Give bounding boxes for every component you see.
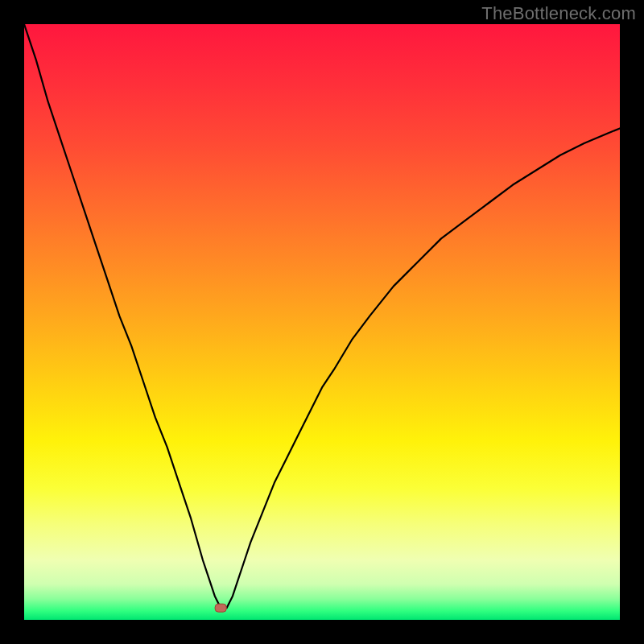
chart-background <box>24 24 620 620</box>
optimal-point-marker <box>215 604 226 612</box>
chart-frame: TheBottleneck.com <box>0 0 644 644</box>
bottleneck-chart <box>24 24 620 620</box>
watermark-text: TheBottleneck.com <box>481 3 636 24</box>
